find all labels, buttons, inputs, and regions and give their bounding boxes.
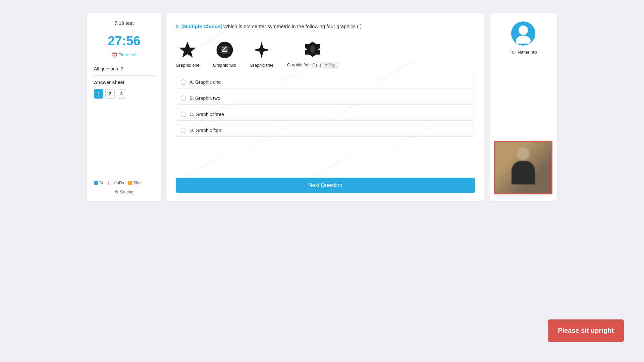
sit-upright-text: Please sit upright bbox=[558, 327, 614, 334]
webcam-box bbox=[494, 141, 552, 194]
legend-dot-undo bbox=[108, 181, 112, 185]
bubble-1[interactable]: 1 bbox=[94, 89, 103, 99]
person-silhouette bbox=[510, 147, 537, 188]
legend: Do UnDo Sign bbox=[93, 181, 142, 185]
graphic-one-icon bbox=[177, 39, 198, 61]
sit-upright-notification: Please sit upright bbox=[548, 319, 624, 342]
option-b[interactable]: B. Graphic two bbox=[176, 92, 475, 105]
option-a[interactable]: A. Graphic one bbox=[176, 76, 475, 88]
left-panel: 7.19 test 27:56 ⏰ Time Left All question… bbox=[87, 13, 161, 201]
graphics-row: Graphic one 乙 Graphic two bbox=[176, 36, 475, 69]
answer-bubbles: 1 2 3 bbox=[93, 89, 126, 99]
option-b-text: B. Graphic two bbox=[190, 96, 220, 101]
graphic-four: Graphic four (1pt) ★ Sign bbox=[287, 39, 338, 68]
fullname-value: ab bbox=[532, 50, 537, 55]
gear-icon: ⚙ bbox=[115, 189, 119, 194]
svg-point-5 bbox=[519, 25, 528, 35]
fullname-row: Full Name: ab bbox=[509, 50, 537, 55]
center-panel: abby 14170402880054032 abby 141704028800… bbox=[166, 13, 484, 201]
graphic-three-icon bbox=[251, 39, 272, 61]
graphic-one-label: Graphic one bbox=[176, 63, 200, 68]
radio-c bbox=[181, 112, 186, 117]
radio-b bbox=[181, 96, 186, 101]
question-text: Which is not center symmetric in the fol… bbox=[223, 23, 362, 29]
legend-dot-sign bbox=[128, 181, 132, 185]
bubble-3[interactable]: 3 bbox=[117, 89, 126, 99]
webcam-feed bbox=[495, 142, 551, 193]
graphic-two-label: Graphic two bbox=[213, 63, 236, 68]
next-question-button[interactable]: Next Question bbox=[176, 178, 475, 193]
option-c-text: C. Graphic three bbox=[190, 112, 224, 117]
graphic-two-icon: 乙 bbox=[214, 39, 235, 61]
svg-point-6 bbox=[516, 36, 531, 44]
all-question-label: All question: 3 bbox=[93, 66, 123, 71]
option-c[interactable]: C. Graphic three bbox=[176, 108, 475, 121]
question-number: 2. [Multiple Choice] bbox=[176, 23, 222, 29]
bubble-2[interactable]: 2 bbox=[105, 89, 115, 99]
legend-sign: Sign bbox=[128, 181, 142, 185]
fullname-label: Full Name: bbox=[509, 50, 531, 55]
svg-marker-0 bbox=[179, 42, 196, 57]
option-a-text: A. Graphic one bbox=[190, 79, 221, 85]
option-d-text: D. Graphic four bbox=[190, 128, 221, 133]
time-left-label: ⏰ Time Left bbox=[112, 52, 137, 58]
user-avatar bbox=[511, 21, 535, 46]
right-panel: Full Name: ab bbox=[490, 13, 557, 201]
graphic-four-icon bbox=[302, 39, 323, 60]
answer-sheet-label: Answer sheet bbox=[93, 80, 124, 85]
graphic-one: Graphic one bbox=[176, 39, 200, 68]
test-title: 7.19 test bbox=[114, 20, 134, 26]
graphic-three: Graphic tree bbox=[250, 39, 274, 68]
person-head bbox=[517, 147, 530, 160]
graphic-four-label-row: Graphic four (1pt) ★ Sign bbox=[287, 62, 338, 68]
clock-icon: ⏰ bbox=[112, 52, 117, 58]
timer-display: 27:56 bbox=[108, 34, 140, 48]
legend-undo: UnDo bbox=[108, 181, 124, 185]
avatar-icon bbox=[513, 23, 533, 44]
sign-badge: ★ Sign bbox=[323, 62, 338, 68]
graphic-two: 乙 Graphic two bbox=[213, 39, 236, 68]
radio-d bbox=[181, 128, 186, 133]
legend-do: Do bbox=[94, 181, 104, 185]
option-d[interactable]: D. Graphic four bbox=[176, 124, 475, 137]
setting-button[interactable]: ⚙ Setting bbox=[115, 189, 133, 194]
graphic-three-label: Graphic tree bbox=[250, 63, 274, 68]
question-header: 2. [Multiple Choice] Which is not center… bbox=[176, 23, 475, 31]
legend-dot-do bbox=[94, 181, 98, 185]
svg-marker-3 bbox=[253, 42, 270, 58]
options-list: A. Graphic one B. Graphic two C. Graphic… bbox=[176, 76, 475, 137]
person-body bbox=[512, 161, 535, 184]
radio-a bbox=[181, 79, 186, 85]
svg-text:乙: 乙 bbox=[222, 46, 228, 53]
